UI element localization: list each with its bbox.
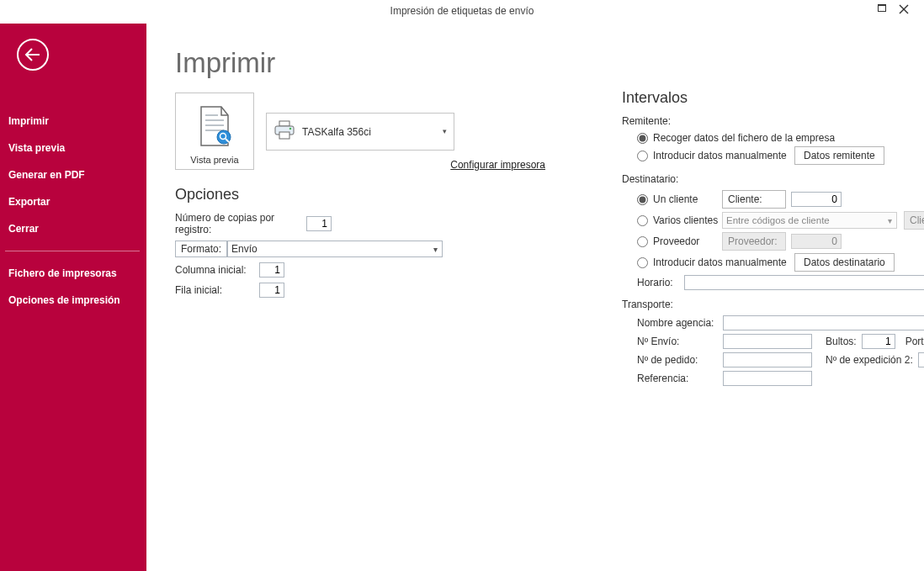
fila-inicial-label: Fila inicial:	[175, 284, 259, 296]
horario-label: Horario:	[637, 277, 684, 288]
datos-destinatario-button[interactable]: Datos destinatario	[794, 253, 895, 272]
transporte-label: Transporte:	[622, 299, 924, 310]
sidebar-item-opciones-impresion[interactable]: Opciones de impresión	[0, 287, 146, 314]
svg-rect-15	[279, 132, 289, 139]
page-title: Imprimir	[175, 47, 904, 79]
expedicion-input[interactable]	[918, 352, 924, 367]
formato-select[interactable]: Envío	[227, 241, 443, 257]
sidebar: Imprimir Vista previa Generar en PDF Exp…	[0, 24, 146, 571]
printer-select[interactable]: TASKalfa 356ci ▾	[266, 113, 454, 151]
destinatario-radio-manual[interactable]	[637, 257, 648, 268]
proveedor-id-input[interactable]	[791, 234, 842, 249]
destinatario-label: Destinatario:	[622, 173, 924, 185]
remitente-label: Remitente:	[622, 115, 924, 127]
destinatario-varios-label: Varios clientes	[653, 214, 722, 226]
columna-inicial-label: Columna inicial:	[175, 264, 259, 276]
columna-inicial-input[interactable]	[259, 262, 284, 278]
cliente-lookup-button[interactable]: Cliente:	[722, 190, 786, 209]
pedido-label: Nº de pedido:	[637, 354, 723, 366]
svg-point-16	[289, 128, 292, 130]
back-button[interactable]	[17, 39, 49, 71]
formato-value: Envío	[231, 243, 258, 255]
formato-label-box: Formato:	[175, 241, 227, 257]
destinatario-manual-label: Introducir datos manualmente	[653, 256, 794, 268]
num-copias-input[interactable]	[306, 216, 332, 231]
printer-icon	[273, 120, 295, 143]
agencia-input[interactable]	[723, 315, 924, 330]
preview-button[interactable]: Vista previa	[175, 93, 254, 170]
remitente-radio-fichero[interactable]	[637, 133, 648, 144]
sidebar-item-imprimir[interactable]: Imprimir	[0, 108, 146, 135]
agencia-label: Nombre agencia:	[637, 317, 723, 329]
expedicion-label: Nº de expedición 2:	[826, 354, 913, 366]
pedido-input[interactable]	[723, 352, 812, 367]
fila-inicial-input[interactable]	[259, 283, 284, 298]
bultos-input[interactable]	[862, 334, 895, 349]
intervalos-heading: Intervalos	[622, 89, 924, 107]
num-copias-label: Número de copias por registro:	[175, 212, 306, 235]
sidebar-item-exportar[interactable]: Exportar	[0, 188, 146, 215]
cliente-id-input[interactable]	[791, 192, 842, 207]
printer-name: TASKalfa 356ci	[302, 126, 371, 138]
sidebar-separator	[5, 251, 140, 251]
maximize-button[interactable]	[874, 3, 890, 17]
envio-input[interactable]	[723, 334, 812, 349]
sidebar-item-cerrar[interactable]: Cerrar	[0, 215, 146, 242]
entre-codigos-text: Entre códigos de cliente	[726, 215, 830, 225]
preview-label: Vista previa	[190, 155, 238, 165]
referencia-input[interactable]	[723, 371, 812, 386]
proveedor-lookup-button[interactable]: Proveedor:	[722, 232, 786, 251]
title-bar: Impresión de etiquetas de envío	[0, 0, 924, 24]
horario-input[interactable]	[684, 275, 924, 290]
envio-label: Nº Envío:	[637, 336, 723, 347]
entre-codigos-select[interactable]: Entre códigos de cliente	[722, 212, 897, 229]
portes-label: Portes:	[905, 336, 924, 347]
remitente-opt2-label: Introducir datos manualmente	[653, 150, 794, 161]
destinatario-un-cliente-label: Un cliente	[653, 193, 722, 205]
cliente2-lookup-button[interactable]: Cliente:	[904, 211, 924, 230]
sidebar-item-generar-pdf[interactable]: Generar en PDF	[0, 161, 146, 188]
chevron-down-icon: ▾	[443, 127, 447, 135]
destinatario-radio-proveedor[interactable]	[637, 236, 648, 247]
sidebar-item-vista-previa[interactable]: Vista previa	[0, 135, 146, 161]
bultos-label: Bultos:	[826, 336, 857, 347]
close-button[interactable]	[895, 3, 912, 17]
configure-printer-link[interactable]: Configurar impresora	[266, 159, 545, 171]
sidebar-item-fichero-impresoras[interactable]: Fichero de impresoras	[0, 260, 146, 287]
destinatario-radio-un-cliente[interactable]	[637, 194, 648, 205]
referencia-label: Referencia:	[637, 373, 723, 384]
destinatario-proveedor-label: Proveedor	[653, 235, 722, 247]
window-title: Impresión de etiquetas de envío	[0, 5, 924, 17]
remitente-opt1-label: Recoger datos del fichero de la empresa	[653, 132, 835, 144]
remitente-radio-manual[interactable]	[637, 151, 648, 161]
datos-remitente-button[interactable]: Datos remitente	[794, 146, 884, 165]
document-preview-icon	[196, 105, 233, 150]
destinatario-radio-varios[interactable]	[637, 215, 648, 226]
svg-rect-13	[279, 121, 289, 126]
content-area: Imprimir Vista previa	[146, 24, 924, 571]
